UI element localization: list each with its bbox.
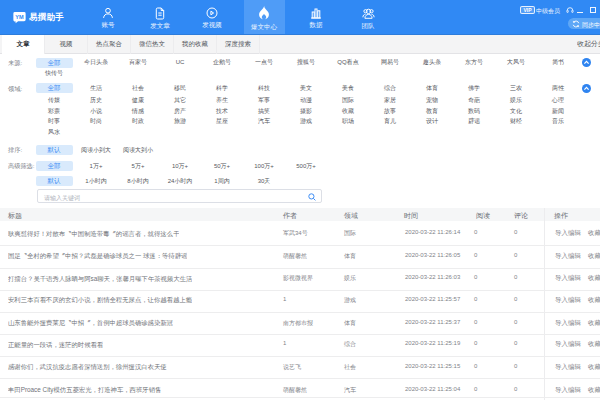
svg-text:YM: YM — [15, 14, 24, 20]
